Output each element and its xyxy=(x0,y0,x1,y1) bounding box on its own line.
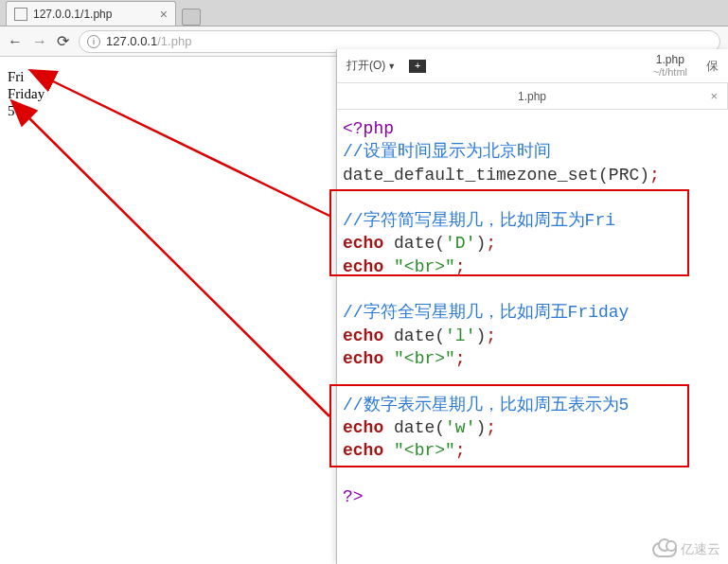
svg-line-2 xyxy=(27,115,329,416)
browser-tab-strip: 127.0.0.1/1.php × xyxy=(0,0,728,26)
open-button[interactable]: 打开(O) ▼ xyxy=(346,58,396,74)
new-tab-button[interactable] xyxy=(182,9,201,26)
close-icon[interactable]: × xyxy=(710,89,718,103)
page-output: Fri Friday 5 xyxy=(8,68,44,119)
forward-button[interactable]: → xyxy=(32,33,47,50)
url-path: /1.php xyxy=(157,34,191,48)
code-area[interactable]: <?php //设置时间显示为北京时间 date_default_timezon… xyxy=(337,110,728,516)
save-button[interactable]: 保 xyxy=(706,58,719,75)
back-button[interactable]: ← xyxy=(8,33,23,50)
output-line: Fri xyxy=(8,68,44,85)
editor-tab-label: 1.php xyxy=(518,90,546,103)
url-host: 127.0.0.1 xyxy=(106,34,157,48)
file-icon xyxy=(14,8,27,21)
editor-tab[interactable]: 1.php × xyxy=(337,83,728,109)
svg-line-1 xyxy=(49,79,329,216)
cloud-icon xyxy=(652,542,677,557)
file-path: ~/t/html xyxy=(653,66,687,78)
file-name: 1.php xyxy=(653,54,687,66)
tab-title: 127.0.0.1/1.php xyxy=(33,8,112,21)
output-line: Friday xyxy=(8,85,44,102)
close-icon[interactable]: × xyxy=(160,7,168,22)
new-file-button[interactable]: + xyxy=(409,60,426,73)
reload-button[interactable]: ⟳ xyxy=(57,32,69,50)
editor-tab-row: 1.php × xyxy=(337,83,728,110)
output-line: 5 xyxy=(8,102,44,119)
watermark-text: 亿速云 xyxy=(681,541,720,558)
file-info: 1.php ~/t/html xyxy=(653,54,687,78)
browser-tab[interactable]: 127.0.0.1/1.php × xyxy=(6,1,176,26)
info-icon[interactable]: i xyxy=(87,35,100,48)
editor-panel: 打开(O) ▼ + 1.php ~/t/html 保 1.php × <?php… xyxy=(336,49,728,564)
chevron-down-icon: ▼ xyxy=(387,62,396,71)
watermark: 亿速云 xyxy=(652,541,720,558)
editor-toolbar: 打开(O) ▼ + 1.php ~/t/html 保 xyxy=(337,49,728,83)
